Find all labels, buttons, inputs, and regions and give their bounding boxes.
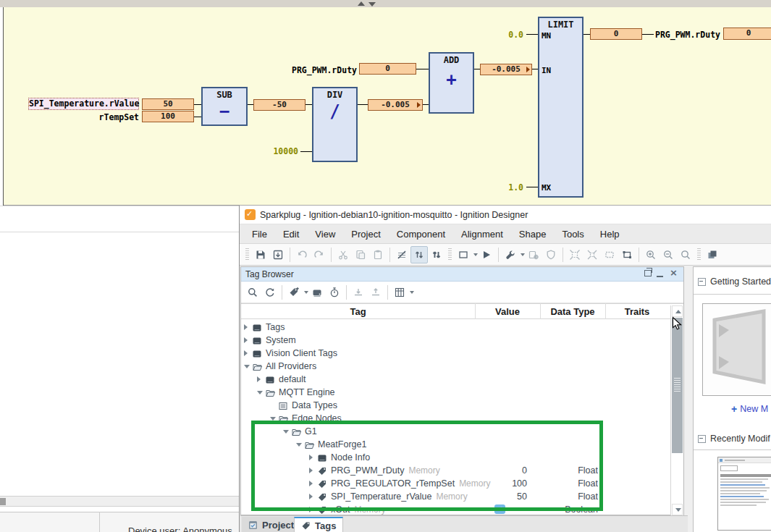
window-cascade-icon[interactable]	[704, 246, 721, 263]
fbd-label-prg-pwm-rduty[interactable]: PRG_PWM.rDuty	[285, 65, 357, 75]
size-marquee-icon[interactable]	[601, 246, 618, 263]
tools-wrench-icon[interactable]	[502, 246, 519, 263]
grid-toggle-icon[interactable]	[393, 246, 410, 263]
tag-browser-titlebar[interactable]: Tag Browser ×	[241, 267, 683, 282]
fbd-label-rtempset[interactable]: rTempSet	[65, 112, 139, 122]
security-shield-icon[interactable]	[542, 246, 560, 263]
vertical-scrollbar[interactable]	[670, 305, 683, 515]
undo-icon[interactable]	[293, 246, 311, 263]
fbd-value-add-out[interactable]: -0.005	[480, 64, 532, 75]
tree-row-all-providers[interactable]: All Providers	[241, 360, 670, 373]
save-all-icon[interactable]	[269, 246, 287, 263]
recent-window-thumbnail[interactable]	[717, 457, 771, 531]
tree-row-system[interactable]: System	[241, 334, 670, 347]
menu-project[interactable]: Project	[343, 229, 388, 240]
preview-play-icon[interactable]	[478, 246, 495, 263]
float-panel-icon[interactable]	[644, 270, 652, 276]
menu-help[interactable]: Help	[592, 229, 628, 240]
column-config-icon[interactable]	[391, 284, 408, 301]
collapse-down-icon[interactable]	[368, 2, 376, 7]
close-panel-icon[interactable]: ×	[670, 267, 678, 278]
fbd-literal-10000[interactable]: 10000	[250, 146, 298, 156]
export-icon[interactable]	[367, 284, 384, 301]
fbd-value-prg-pwm-out[interactable]: 0	[723, 28, 771, 40]
tree-row-mqtt-engine[interactable]: MQTT Engine	[241, 386, 670, 399]
menu-file[interactable]: File	[244, 229, 275, 240]
scrollbar-thumb[interactable]	[0, 498, 6, 505]
size-transform-icon[interactable]	[618, 246, 636, 263]
fbd-block-limit[interactable]: LIMIT MN IN MX	[538, 17, 583, 198]
window-titlebar[interactable]: Sparkplug - Ignition-debian10-ignition-m…	[240, 206, 771, 224]
redo-icon[interactable]	[311, 246, 328, 263]
search-icon[interactable]	[244, 284, 261, 301]
tab-project[interactable]: Project	[242, 517, 301, 532]
save-icon[interactable]	[252, 246, 269, 263]
fbd-block-sub[interactable]: SUB −	[201, 87, 248, 126]
menu-edit[interactable]: Edit	[275, 229, 307, 240]
column-header-value[interactable]: Value	[475, 306, 540, 317]
toolbar-grip[interactable]	[245, 248, 249, 261]
shape-rectangle-icon[interactable]	[455, 246, 472, 263]
menu-alignment[interactable]: Alignment	[453, 229, 511, 240]
expand-expander-icon[interactable]	[244, 350, 248, 356]
column-header-datatype[interactable]: Data Type	[540, 306, 605, 317]
fbd-value-spi[interactable]: 50	[142, 98, 194, 110]
fbd-value-limit-out[interactable]: 0	[590, 28, 642, 40]
tree-row-tags[interactable]: Tags	[241, 321, 670, 334]
collapse-expander-icon[interactable]	[244, 365, 250, 368]
distribute-vertical-alt-icon[interactable]	[428, 246, 445, 263]
paste-icon[interactable]	[369, 246, 387, 263]
tab-tags[interactable]: Tags	[294, 517, 343, 532]
tag-label[interactable]: Tags	[266, 321, 285, 334]
fbd-value-add-in1[interactable]: 0	[359, 63, 416, 75]
size-expand-icon[interactable]	[566, 246, 583, 263]
tree-row-vision-client-tags[interactable]: Vision Client Tags	[241, 347, 670, 360]
menu-shape[interactable]: Shape	[511, 229, 555, 240]
refresh-icon[interactable]	[261, 284, 279, 301]
expand-expander-icon[interactable]	[244, 324, 248, 330]
expand-expander-icon[interactable]	[257, 376, 261, 382]
tag-label[interactable]: Vision Client Tags	[266, 347, 337, 360]
collapse-expander-icon[interactable]	[257, 391, 263, 394]
tag-label[interactable]: Data Types	[292, 399, 337, 412]
tag-label[interactable]: System	[266, 334, 296, 347]
fbd-ref-spi-temperature[interactable]: SPI_Temperature.rValue	[28, 98, 139, 110]
tag-label[interactable]: default	[279, 373, 306, 386]
fbd-block-div[interactable]: DIV /	[312, 87, 358, 162]
import-icon[interactable]	[350, 284, 367, 301]
expand-expander-icon[interactable]	[244, 337, 248, 343]
scrollbar-thumb[interactable]	[672, 318, 683, 453]
collapse-section-icon[interactable]	[698, 435, 706, 443]
tree-row-default[interactable]: default	[241, 373, 670, 386]
fbd-literal-mx[interactable]: 1.0	[487, 182, 523, 193]
column-header-tag[interactable]: Tag	[241, 306, 475, 317]
getting-started-header[interactable]: Getting Started	[698, 276, 771, 287]
collapse-section-icon[interactable]	[698, 278, 706, 286]
component-settings-icon[interactable]	[525, 246, 542, 263]
minimize-panel-icon[interactable]	[657, 276, 663, 277]
distribute-vertical-icon[interactable]	[410, 246, 428, 263]
new-tag-icon[interactable]	[285, 284, 303, 301]
fbd-value-div-out[interactable]: -0.005	[368, 99, 423, 111]
zoom-reset-icon[interactable]	[677, 246, 694, 263]
cut-icon[interactable]	[334, 246, 352, 263]
fbd-canvas[interactable]: SPI_Temperature.rValue 50 rTempSet 100 S…	[4, 7, 771, 206]
fbd-block-add[interactable]: ADD +	[429, 52, 474, 114]
new-main-window-link[interactable]: + New M	[731, 403, 768, 415]
tree-row-data-types[interactable]: Data Types	[241, 399, 670, 412]
fbd-label-prg-pwm-rduty-out[interactable]: PRG_PWM.rDuty	[654, 30, 720, 40]
collapse-up-icon[interactable]	[358, 1, 365, 6]
fbd-literal-mn[interactable]: 0.0	[487, 30, 523, 40]
udt-icon[interactable]	[308, 284, 326, 301]
size-collapse-icon[interactable]	[583, 246, 601, 263]
timer-icon[interactable]	[326, 284, 343, 301]
fbd-value-sub-out[interactable]: -50	[253, 99, 306, 111]
chevron-down-icon[interactable]	[410, 291, 414, 294]
scroll-up-button[interactable]	[672, 305, 683, 317]
tag-label[interactable]: MQTT Engine	[279, 386, 335, 399]
scroll-down-button[interactable]	[672, 504, 683, 515]
menu-component[interactable]: Component	[389, 229, 453, 240]
recently-modified-header[interactable]: Recently Modif	[698, 434, 770, 444]
fbd-value-rtempset[interactable]: 100	[142, 111, 194, 122]
zoom-in-icon[interactable]	[642, 246, 660, 263]
